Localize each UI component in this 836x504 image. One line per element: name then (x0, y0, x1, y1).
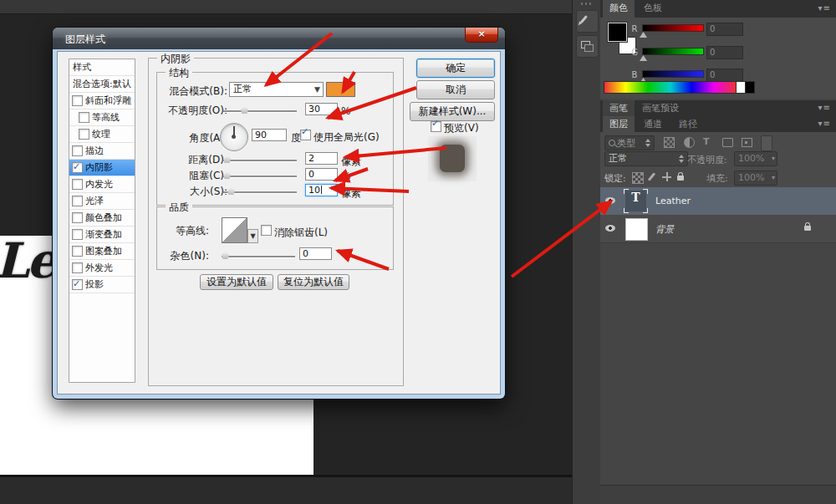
noise-slider[interactable] (222, 256, 295, 257)
eye-icon[interactable] (605, 197, 615, 204)
list-item-gradient-overlay[interactable]: 渐变叠加 (69, 227, 135, 243)
tab-paths[interactable]: 路径 (672, 116, 704, 132)
contour-label: 等高线: (169, 224, 209, 238)
green-slider[interactable] (642, 48, 704, 55)
background-layer-thumbnail[interactable] (625, 218, 648, 241)
tab-layers[interactable]: 图层 (603, 116, 635, 132)
blue-value[interactable]: 0 (706, 69, 743, 82)
layer-row-background[interactable]: 背景 (600, 215, 836, 243)
size-input-focused[interactable]: 10 (305, 184, 338, 196)
global-light-checkbox[interactable] (300, 130, 311, 140)
checkbox[interactable] (79, 112, 89, 123)
opacity-slider[interactable] (223, 110, 297, 112)
checkbox[interactable] (72, 262, 83, 273)
choke-input[interactable]: 0 (305, 168, 338, 181)
color-spectrum-ramp[interactable] (604, 81, 737, 94)
contour-picker[interactable] (222, 217, 247, 243)
clone-source-panel-button[interactable] (576, 35, 599, 58)
list-item-satin[interactable]: 光泽 (69, 193, 135, 210)
size-slider-thumb[interactable] (227, 187, 235, 195)
text-layer-thumbnail[interactable]: T (625, 191, 646, 211)
angle-input[interactable]: 90 (252, 129, 287, 141)
brush-panel-button[interactable] (576, 10, 599, 33)
choke-slider[interactable] (223, 176, 297, 177)
blue-slider[interactable] (642, 70, 704, 78)
antialias-checkbox[interactable] (261, 225, 272, 236)
list-item-outer-glow[interactable]: 外发光 (69, 260, 135, 277)
filter-toggle-switch[interactable] (761, 135, 772, 151)
adjustment-filter-icon[interactable] (684, 137, 695, 148)
layer-row-leather[interactable]: T Leather (600, 187, 836, 216)
tab-color[interactable]: 颜色 (603, 0, 635, 18)
panel-menu-icon[interactable] (818, 119, 831, 128)
noise-slider-thumb[interactable] (222, 252, 229, 259)
list-item-inner-shadow[interactable]: 内阴影 (69, 160, 135, 176)
checkbox[interactable] (72, 246, 83, 257)
red-value[interactable]: 0 (706, 23, 743, 36)
checkbox[interactable] (72, 229, 83, 240)
shadow-color-swatch[interactable] (326, 82, 355, 97)
list-item-inner-glow[interactable]: 内发光 (69, 176, 135, 193)
cancel-button[interactable]: 取消 (416, 80, 495, 99)
size-slider[interactable] (223, 191, 297, 193)
green-slider-thumb[interactable] (640, 55, 647, 61)
opacity-slider-thumb[interactable] (241, 106, 248, 114)
layer-name[interactable]: 背景 (655, 223, 674, 236)
foreground-color-swatch[interactable] (608, 23, 627, 42)
lock-all-icon[interactable] (677, 176, 684, 181)
type-filter-icon[interactable]: T (703, 136, 710, 148)
list-item-drop-shadow[interactable]: 投影 (69, 277, 135, 293)
preview-checkbox[interactable] (431, 121, 441, 132)
tab-brush-presets[interactable]: 画笔预设 (635, 100, 686, 116)
list-item-texture[interactable]: 纹理 (69, 126, 135, 143)
styles-list: 样式 混合选项:默认 斜面和浮雕 等高线 纹理 描边 内阴影 (69, 59, 135, 383)
checkbox[interactable] (72, 145, 83, 156)
set-default-button[interactable]: 设置为默认值 (200, 274, 273, 290)
noise-input[interactable]: 0 (299, 247, 332, 260)
ok-button[interactable]: 确定 (416, 59, 495, 78)
green-value[interactable]: 0 (706, 46, 743, 59)
list-item-pattern-overlay[interactable]: 图案叠加 (69, 243, 135, 260)
layer-name[interactable]: Leather (655, 196, 691, 206)
tab-brush[interactable]: 画笔 (603, 100, 635, 116)
lock-position-icon[interactable] (662, 172, 671, 181)
fill-dropdown[interactable]: 100% ▾ (734, 171, 777, 186)
eye-icon[interactable] (605, 225, 615, 232)
checkbox[interactable] (79, 129, 89, 140)
contour-dropdown-arrow[interactable]: ▼ (247, 229, 258, 243)
checkbox-checked[interactable] (72, 162, 83, 173)
layer-filter-kind-dropdown[interactable]: 类型 (604, 135, 655, 150)
distance-slider[interactable] (223, 160, 297, 161)
new-style-button[interactable]: 新建样式(W)... (410, 102, 495, 121)
checkbox[interactable] (72, 95, 83, 106)
tab-swatches[interactable]: 色板 (637, 0, 669, 18)
tab-channels[interactable]: 通道 (637, 116, 669, 132)
opacity-input[interactable]: 30 (305, 103, 338, 115)
black-shortcut-swatch[interactable] (745, 81, 755, 94)
smart-object-filter-icon[interactable] (742, 138, 752, 147)
list-item-blending-options[interactable]: 混合选项:默认 (69, 76, 135, 93)
panel-drag-handle[interactable] (581, 3, 591, 5)
list-item-bevel-emboss[interactable]: 斜面和浮雕 (69, 93, 135, 109)
list-item-color-overlay[interactable]: 颜色叠加 (69, 210, 135, 227)
list-item-contour[interactable]: 等高线 (69, 109, 135, 126)
lock-pixels-icon[interactable] (648, 172, 655, 181)
panel-menu-icon[interactable] (818, 103, 831, 112)
panel-menu-icon[interactable] (818, 3, 831, 13)
lock-transparency-icon[interactable] (632, 172, 644, 184)
checkbox[interactable] (72, 179, 83, 190)
angle-dial[interactable] (220, 123, 248, 151)
shape-filter-icon[interactable] (722, 138, 733, 147)
distance-input[interactable]: 2 (305, 152, 338, 165)
checkbox[interactable] (72, 196, 83, 206)
checkbox-checked[interactable] (72, 279, 83, 290)
reset-default-button[interactable]: 复位为默认值 (278, 274, 349, 290)
blend-mode-select[interactable]: 正常 ▼ (229, 82, 324, 97)
blend-mode-dropdown[interactable]: 正常 (604, 151, 688, 166)
pixel-filter-icon[interactable] (664, 137, 675, 148)
opacity-dropdown[interactable]: 100% ▾ (734, 151, 777, 166)
list-item-stroke[interactable]: 描边 (69, 143, 135, 160)
red-slider-thumb[interactable] (640, 32, 647, 38)
checkbox[interactable] (72, 212, 83, 223)
red-slider[interactable] (642, 24, 704, 32)
